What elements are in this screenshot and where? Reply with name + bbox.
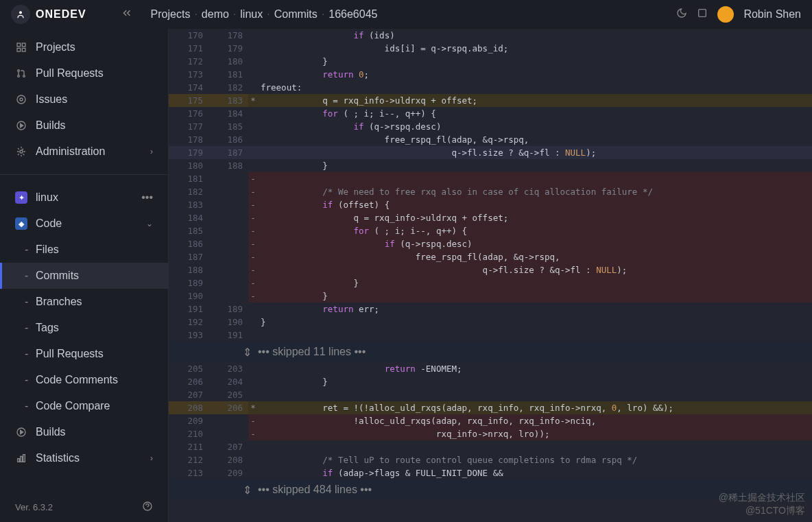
diff-marker: [248, 146, 258, 159]
diff-marker: [248, 29, 258, 42]
diff-viewer[interactable]: 170178 if (ids)171179 ids[i] = q->rspq.a…: [169, 29, 812, 522]
line-number-old: 185: [169, 224, 208, 237]
diff-line[interactable]: 206204 }: [169, 375, 812, 388]
nav-administration[interactable]: Administration ›: [0, 139, 168, 165]
breadcrumb-linux[interactable]: linux: [240, 8, 263, 21]
diff-line[interactable]: 207205: [169, 388, 812, 401]
diff-line[interactable]: 189- }: [169, 276, 812, 289]
diff-marker: [248, 316, 258, 329]
notifications-icon[interactable]: [697, 8, 708, 21]
nav-label: Administration: [36, 145, 105, 158]
diff-line[interactable]: 182- /* We need to free rxq also in case…: [169, 185, 812, 198]
breadcrumb-commits[interactable]: Commits: [274, 8, 318, 21]
theme-toggle-icon[interactable]: [676, 8, 687, 21]
skip-text: ••• skipped 11 lines •••: [169, 346, 366, 358]
breadcrumb-hash[interactable]: 166e6045: [329, 8, 377, 21]
diff-line[interactable]: 213209 if (adap->flags & FULL_INIT_DONE …: [169, 466, 812, 479]
breadcrumb-demo[interactable]: demo: [202, 8, 229, 21]
line-number-new: [208, 198, 248, 211]
nav-builds[interactable]: Builds: [0, 112, 168, 139]
line-number-new: [208, 237, 248, 250]
expand-icon[interactable]: ⇕: [243, 484, 252, 497]
diff-line[interactable]: 180188 }: [169, 159, 812, 172]
code-content: }: [258, 159, 812, 172]
diff-line[interactable]: 171179 ids[i] = q->rspq.abs_id;: [169, 42, 812, 55]
line-number-old: 178: [169, 133, 208, 146]
diff-line[interactable]: 211207: [169, 440, 812, 453]
diff-line[interactable]: 185- for ( ; i; i--, q++) {: [169, 224, 812, 237]
line-number-new: 178: [208, 29, 248, 42]
diff-line[interactable]: 175183* q = rxq_info->uldrxq + offset;: [169, 94, 812, 107]
diff-line[interactable]: 209- !alloc_uld_rxqs(adap, rxq_info, rxq…: [169, 414, 812, 427]
nav-pull-requests[interactable]: Pull Requests: [0, 60, 168, 86]
skip-section[interactable]: ⇕ ••• skipped 11 lines •••: [169, 342, 812, 362]
nav-branches[interactable]: -Branches: [0, 289, 168, 315]
collapse-sidebar-button[interactable]: [121, 7, 133, 23]
code-content: free_rspq_fl(adap, &q->rspq,: [258, 133, 812, 146]
nav-tags[interactable]: -Tags: [0, 315, 168, 341]
diff-line[interactable]: 174182freeout:: [169, 81, 812, 94]
line-number-old: 179: [169, 146, 208, 159]
svg-rect-18: [23, 455, 25, 462]
diff-line[interactable]: 170178 if (ids): [169, 29, 812, 42]
svg-rect-17: [21, 456, 23, 462]
projects-icon: [15, 41, 27, 54]
avatar[interactable]: [717, 6, 734, 23]
issues-icon: [15, 93, 27, 106]
diff-line[interactable]: 186- if (q->rspq.desc): [169, 237, 812, 250]
diff-line[interactable]: 208206* ret = !(!alloc_uld_rxqs(adap, rx…: [169, 401, 812, 414]
diff-line[interactable]: 181-: [169, 172, 812, 185]
diff-marker: -: [248, 172, 258, 185]
diff-line[interactable]: 178186 free_rspq_fl(adap, &q->rspq,: [169, 133, 812, 146]
line-number-new: 187: [208, 146, 248, 159]
breadcrumb-projects[interactable]: Projects: [151, 8, 191, 21]
sidebar: Projects Pull Requests Issues Builds Adm…: [0, 29, 169, 522]
diff-line[interactable]: 173181 return 0;: [169, 68, 812, 81]
skip-section[interactable]: ⇕ ••• skipped 484 lines •••: [169, 479, 812, 500]
diff-line[interactable]: 205203 return -ENOMEM;: [169, 362, 812, 375]
svg-rect-2: [17, 43, 21, 47]
code-content: return err;: [258, 302, 812, 316]
code-content: }: [258, 375, 812, 388]
nav-issues[interactable]: Issues: [0, 86, 168, 112]
help-icon[interactable]: [142, 501, 153, 514]
diff-line[interactable]: 190- }: [169, 289, 812, 302]
code-icon: ◆: [15, 217, 27, 230]
more-icon[interactable]: •••: [141, 191, 153, 204]
diff-line[interactable]: 187- free_rspq_fl(adap, &q->rspq,: [169, 250, 812, 263]
nav-builds-bottom[interactable]: Builds: [0, 419, 168, 445]
diff-line[interactable]: 210- rxq_info->nrxq, lro));: [169, 427, 812, 440]
diff-marker: *: [248, 401, 258, 414]
diff-line[interactable]: 192190}: [169, 316, 812, 329]
diff-line[interactable]: 172180 }: [169, 55, 812, 68]
diff-marker: -: [248, 289, 258, 302]
diff-line[interactable]: 177185 if (q->rspq.desc): [169, 120, 812, 133]
brand-logo[interactable]: ONEDEV: [11, 5, 86, 24]
username[interactable]: Robin Shen: [743, 8, 801, 21]
diff-line[interactable]: 179187 q->fl.size ? &q->fl : NULL);: [169, 146, 812, 159]
nav-projects[interactable]: Projects: [0, 34, 168, 60]
diff-line[interactable]: 183- if (offset) {: [169, 198, 812, 211]
nav-files[interactable]: -Files: [0, 237, 168, 263]
expand-icon[interactable]: ⇕: [243, 346, 252, 359]
diff-line[interactable]: 176184 for ( ; i; i--, q++) {: [169, 107, 812, 120]
diff-line[interactable]: 191189 return err;: [169, 302, 812, 316]
svg-point-6: [18, 70, 20, 72]
nav-label: Pull Requests: [36, 67, 104, 80]
nav-label: Commits: [36, 270, 79, 282]
nav-project-linux[interactable]: ✦ linux •••: [0, 185, 168, 211]
nav-code-comments[interactable]: -Code Comments: [0, 367, 168, 393]
code-content: }: [258, 55, 812, 68]
nav-statistics[interactable]: Statistics ›: [0, 445, 168, 471]
diff-line[interactable]: 188- q->fl.size ? &q->fl : NULL);: [169, 263, 812, 276]
diff-marker: [248, 55, 258, 68]
svg-rect-4: [17, 48, 21, 51]
nav-commits[interactable]: -Commits: [0, 263, 168, 289]
diff-line[interactable]: 193191: [169, 329, 812, 342]
nav-pr-sub[interactable]: -Pull Requests: [0, 341, 168, 367]
diff-line[interactable]: 184- q = rxq_info->uldrxq + offset;: [169, 211, 812, 224]
nav-code[interactable]: ◆ Code ⌄: [0, 211, 168, 237]
nav-code-compare[interactable]: -Code Compare: [0, 393, 168, 419]
svg-point-9: [17, 95, 25, 104]
diff-line[interactable]: 212208 /* Tell uP to route control queue…: [169, 453, 812, 466]
